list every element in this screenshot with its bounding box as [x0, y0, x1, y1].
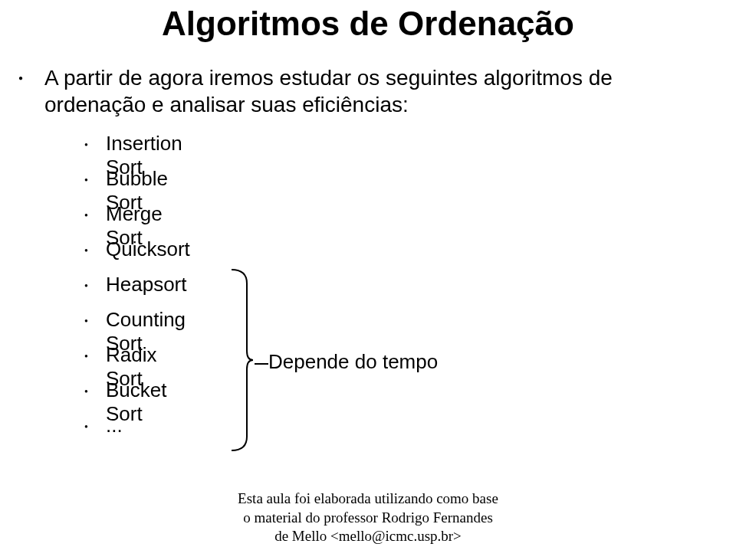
bullet-icon: ● — [84, 211, 88, 218]
footer-line: de Mello <mello@icmc.usp.br> — [0, 527, 736, 546]
bullet-icon: ● — [84, 423, 88, 430]
bracket-note: Depende do tempo — [268, 350, 438, 374]
slide: Algoritmos de Ordenação ● A partir de ag… — [0, 0, 736, 560]
bullet-icon: ● — [84, 282, 88, 289]
bullet-icon: ● — [84, 176, 88, 183]
bullet-icon: ● — [84, 352, 88, 359]
bracket-icon — [230, 268, 253, 452]
footer-line: Esta aula foi elaborada utilizando como … — [0, 490, 736, 509]
list-item-label: Quicksort — [106, 237, 190, 261]
footer-line: o material do professor Rodrigo Fernande… — [0, 509, 736, 528]
bullet-icon: ● — [18, 74, 23, 82]
footer-credit: Esta aula foi elaborada utilizando como … — [0, 490, 736, 546]
list-item-label: ... — [106, 414, 123, 437]
bullet-icon: ● — [84, 317, 88, 324]
page-title: Algoritmos de Ordenação — [0, 5, 736, 43]
connector-line-icon — [255, 363, 268, 365]
bullet-icon: ● — [84, 247, 88, 254]
list-item-label: Heapsort — [106, 273, 187, 296]
bullet-icon: ● — [84, 141, 88, 148]
bullet-icon: ● — [84, 388, 88, 395]
intro-text: A partir de agora iremos estudar os segu… — [44, 64, 719, 118]
